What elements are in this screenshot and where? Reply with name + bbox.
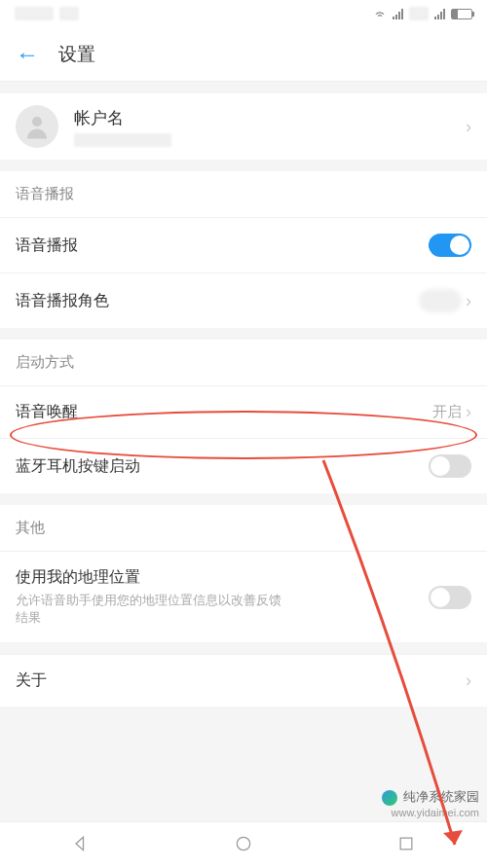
row-value: 开启 <box>432 403 462 421</box>
watermark: 纯净系统家园 www.yidaimei.com <box>382 788 479 819</box>
row-label: 使用我的地理位置 <box>16 567 288 588</box>
row-label: 关于 <box>16 670 47 691</box>
row-voice-broadcast[interactable]: 语音播报 <box>0 217 487 272</box>
svg-rect-3 <box>400 838 412 850</box>
section-start-mode: 启动方式 <box>0 340 487 385</box>
watermark-text: 纯净系统家园 <box>403 789 479 804</box>
row-label: 语音播报角色 <box>16 291 109 311</box>
toggle-voice-broadcast[interactable] <box>429 234 471 257</box>
account-row[interactable]: 帐户名 › <box>0 93 487 160</box>
chevron-right-icon: › <box>466 117 471 137</box>
row-label: 语音播报 <box>16 235 78 256</box>
status-blur-left2 <box>59 7 79 20</box>
status-bar <box>0 0 487 27</box>
section-voice-broadcast: 语音播报 <box>0 171 487 217</box>
signal-icon-2 <box>434 8 445 19</box>
row-location[interactable]: 使用我的地理位置 允许语音助手使用您的地理位置信息以改善反馈结果 <box>0 551 487 642</box>
row-voice-wakeup[interactable]: 语音唤醒 开启 › <box>0 385 487 438</box>
battery-icon <box>451 9 472 19</box>
avatar <box>16 105 58 148</box>
watermark-url: www.yidaimei.com <box>392 807 479 818</box>
chevron-right-icon: › <box>466 670 471 691</box>
nav-recent-button[interactable] <box>396 834 416 857</box>
row-bluetooth-start[interactable]: 蓝牙耳机按键启动 <box>0 438 487 493</box>
signal-icon <box>393 8 403 19</box>
row-sublabel: 允许语音助手使用您的地理位置信息以改善反馈结果 <box>16 592 288 627</box>
back-button[interactable]: ← <box>16 41 39 68</box>
chevron-right-icon: › <box>466 402 471 422</box>
toggle-location[interactable] <box>429 586 471 609</box>
svg-point-0 <box>32 117 42 127</box>
watermark-logo-icon <box>382 790 397 806</box>
row-label: 蓝牙耳机按键启动 <box>16 456 140 477</box>
svg-point-2 <box>237 837 249 850</box>
nav-back-button[interactable] <box>71 834 91 857</box>
status-blur-right <box>409 7 429 20</box>
navigation-bar <box>0 821 487 868</box>
account-detail-blur <box>74 133 171 147</box>
row-voice-role[interactable]: 语音播报角色 › <box>0 272 487 328</box>
row-about[interactable]: 关于 › <box>0 654 487 706</box>
page-header: ← 设置 <box>0 27 487 82</box>
status-blur-left <box>15 7 54 20</box>
page-title: 设置 <box>58 42 95 67</box>
chevron-right-icon: › <box>466 291 471 311</box>
nav-home-button[interactable] <box>234 834 253 857</box>
row-label: 语音唤醒 <box>16 402 78 422</box>
account-name-label: 帐户名 <box>74 107 466 129</box>
toggle-bluetooth[interactable] <box>429 454 471 478</box>
section-other: 其他 <box>0 505 487 551</box>
value-blur <box>419 289 462 312</box>
wifi-icon <box>373 7 387 20</box>
